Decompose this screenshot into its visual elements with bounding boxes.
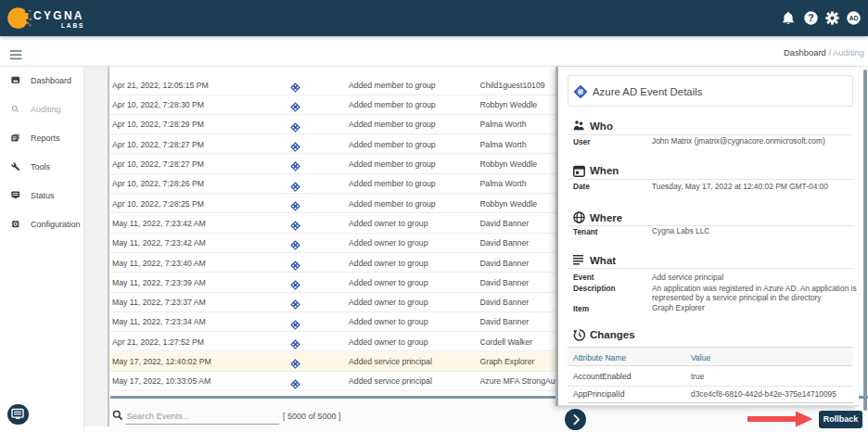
svg-text:?: ?	[808, 12, 813, 23]
svg-text:AD: AD	[849, 15, 858, 21]
